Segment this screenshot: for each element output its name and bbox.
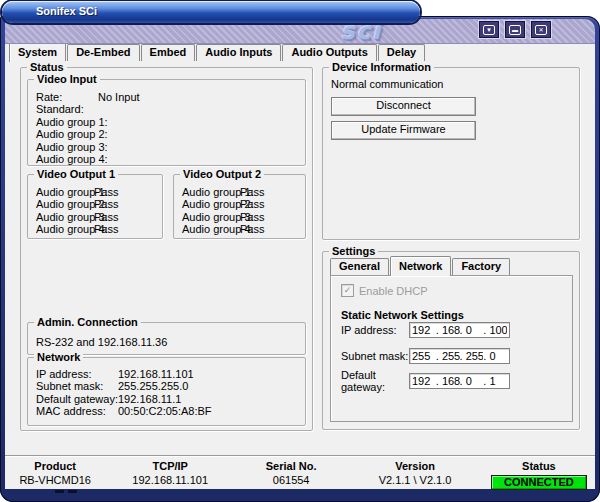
status-bar: Product RB-VHCMD16 TCP/IP 192.168.11.101… [5,460,595,490]
update-firmware-button[interactable]: Update Firmware [331,121,476,140]
row-value: Pass [94,198,118,210]
table-row: Audio group 3:Pass [36,211,160,223]
row-value: Pass [240,186,264,198]
row-label: Audio group 1: [36,116,98,128]
row-label: Audio group 4: [36,223,94,235]
grip-dash-icon [55,490,64,493]
ip-address-field[interactable]: 1921680100 [409,322,510,338]
tab-embed[interactable]: Embed [141,44,196,61]
default-gateway-row: Default gateway: 19216801 [341,373,510,389]
octet: 255 [412,350,436,362]
admin-connection-caption: Admin. Connection [34,316,141,328]
subnet-mask-row: Subnet mask: 2552552550 [341,348,510,364]
row-label: Audio group 2: [36,128,98,140]
tab-audio-outputs[interactable]: Audio Outputs [282,44,376,61]
video-output-2-rows: Audio group 1:Pass Audio group 2:Pass Au… [182,186,303,236]
row-value: Pass [94,223,118,235]
octet: 168 [436,324,460,336]
octet: 100 [483,324,507,336]
communication-status-text: Normal communication [331,78,443,90]
octet: 1 [483,375,507,387]
row-value: 192.168.11.1 [118,393,181,405]
octet: 168 [436,375,460,387]
table-row: Audio group 4:Pass [36,223,160,235]
row-label: Audio group 4: [36,153,98,165]
window-controls: ▼ ▬ ✕ [479,21,551,38]
application-window: Sonifex SCi sci ▼ ▬ ✕ System De-Embed Em… [0,0,600,502]
disconnect-button[interactable]: Disconnect [331,97,476,116]
settings-network-page: ✓ Enable DHCP Static Network Settings IP… [330,275,573,422]
row-label: Rate: [36,91,98,103]
close-button[interactable]: ✕ [531,21,551,38]
video-input-rows: Rate:No Input Standard: Audio group 1: A… [36,91,303,165]
octet: 192 [412,324,436,336]
status-header: Status [483,460,595,472]
shade-button[interactable]: ▼ [479,21,499,38]
tab-system[interactable]: System [9,42,66,62]
device-information-groupbox: Device Information Normal communication … [322,67,580,240]
table-row: Audio group 2:Pass [182,198,303,210]
row-value: Pass [240,198,264,210]
table-row: Audio group 2: [36,128,303,140]
row-value: 00:50:C2:05:A8:BF [118,405,212,417]
static-network-settings-heading: Static Network Settings [341,309,464,321]
product-value: RB-VHCMD16 [5,474,105,486]
row-value: Pass [94,186,118,198]
minimize-button[interactable]: ▬ [505,21,525,38]
settings-tab-network[interactable]: Network [390,256,451,276]
row-value: 192.168.11.101 [118,368,194,380]
video-input-groupbox: Video Input Rate:No Input Standard: Audi… [27,79,306,166]
subnet-mask-label: Subnet mask: [341,350,409,362]
title-bar[interactable]: Sonifex SCi [2,1,420,23]
subnet-mask-field[interactable]: 2552552550 [409,348,510,364]
row-label: Subnet mask: [36,380,118,392]
ip-address-row: IP address: 1921680100 [341,322,510,338]
table-row: Audio group 1:Pass [36,186,160,198]
table-row: Audio group 1: [36,116,303,128]
table-row: Audio group 4:Pass [182,223,303,235]
table-row: Subnet mask:255.255.255.0 [36,380,303,392]
settings-tab-factory[interactable]: Factory [452,258,510,275]
row-value: No Input [98,91,140,103]
default-gateway-label: Default gateway: [341,369,409,393]
row-label: Audio group 3: [36,211,94,223]
main-tab-strip: System De-Embed Embed Audio Inputs Audio… [9,44,426,61]
video-output-1-caption: Video Output 1 [34,168,118,180]
row-label: Audio group 1: [36,186,94,198]
ip-address-label: IP address: [341,324,409,336]
tab-delay[interactable]: Delay [378,44,425,61]
serial-value: 061554 [235,474,347,486]
row-label: Default gateway: [36,393,118,405]
video-output-2-groupbox: Video Output 2 Audio group 1:Pass Audio … [173,174,306,239]
tab-de-embed[interactable]: De-Embed [67,44,139,61]
enable-dhcp-label: Enable DHCP [359,285,427,297]
serial-header: Serial No. [235,460,347,472]
row-label: Audio group 2: [36,198,94,210]
row-label: Audio group 3: [182,211,240,223]
table-row: Standard: [36,103,303,115]
table-row: Audio group 1:Pass [182,186,303,198]
tab-audio-inputs[interactable]: Audio Inputs [196,44,281,61]
enable-dhcp-checkbox[interactable]: ✓ Enable DHCP [341,284,427,297]
close-icon: ✕ [535,25,547,35]
table-row: Audio group 2:Pass [36,198,160,210]
table-row: IP address:192.168.11.101 [36,368,303,380]
network-caption: Network [34,351,83,363]
window-title: Sonifex SCi [36,5,97,17]
row-label: Standard: [36,103,98,115]
tcpip-header: TCP/IP [105,460,235,472]
settings-tab-strip: General Network Factory [330,258,511,275]
grip-dash-icon [68,490,77,493]
table-row: Audio group 4: [36,153,303,165]
row-value: Pass [240,223,264,235]
shade-icon: ▼ [483,25,495,35]
row-label: Audio group 4: [182,223,240,235]
octet: 255 [436,350,460,362]
version-column: Version V2.1.1 \ V2.1.0 [347,460,483,490]
status-bar-separator [5,455,595,457]
settings-tab-general[interactable]: General [330,258,389,275]
network-rows: IP address:192.168.11.101 Subnet mask:25… [36,368,303,418]
video-output-1-rows: Audio group 1:Pass Audio group 2:Pass Au… [36,186,160,236]
default-gateway-field[interactable]: 19216801 [409,373,510,389]
settings-caption: Settings [329,245,378,257]
